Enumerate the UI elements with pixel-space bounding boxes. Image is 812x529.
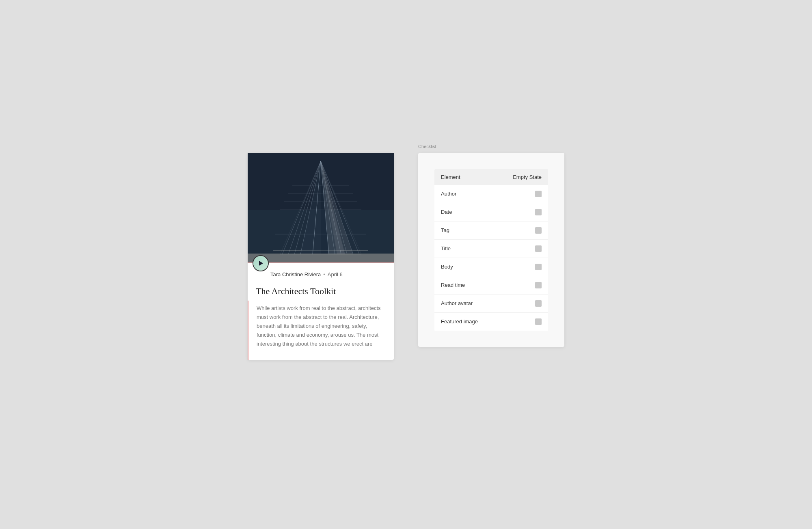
checklist-checkbox[interactable] (535, 264, 542, 270)
article-date: April 6 (328, 271, 343, 277)
checklist-rows-container: AuthorDateTagTitleBodyRead timeAuthor av… (434, 185, 548, 331)
checklist-row: Body (434, 258, 548, 276)
author-row: Tara Christine Riviera • April 6 (248, 262, 394, 281)
checklist-table: Element Empty State AuthorDateTagTitleBo… (434, 169, 548, 331)
checklist-row-label: Author avatar (441, 300, 473, 306)
checklist-row: Tag (434, 221, 548, 240)
checklist-container: Checklist Element Empty State AuthorDate… (418, 153, 564, 347)
article-card: Tara Christine Riviera • April 6 The Arc… (248, 153, 394, 360)
meta-separator: • (323, 271, 325, 277)
checklist-header: Element Empty State (434, 169, 548, 185)
checklist-row: Author avatar (434, 295, 548, 313)
checklist-checkbox[interactable] (535, 227, 542, 234)
article-body: While artists work from real to the abst… (248, 301, 394, 360)
svg-rect-30 (248, 254, 394, 262)
checklist-row-label: Date (441, 209, 452, 215)
checklist-row-label: Read time (441, 282, 465, 288)
checklist-checkbox[interactable] (535, 300, 542, 307)
checklist-checkbox[interactable] (535, 245, 542, 252)
main-content: Tara Christine Riviera • April 6 The Arc… (248, 153, 564, 360)
checklist-checkbox[interactable] (535, 318, 542, 325)
header-empty-state-label: Empty State (513, 174, 542, 180)
checklist-panel: Element Empty State AuthorDateTagTitleBo… (418, 153, 564, 347)
avatar-inner (253, 256, 268, 271)
checklist-outer: Element Empty State AuthorDateTagTitleBo… (418, 153, 564, 347)
checklist-checkbox[interactable] (535, 209, 542, 215)
checklist-checkbox[interactable] (535, 191, 542, 197)
checklist-row: Featured image (434, 313, 548, 331)
article-featured-image (248, 153, 394, 262)
checklist-label: Checklist (418, 144, 436, 149)
author-name: Tara Christine Riviera (270, 271, 321, 277)
checklist-checkbox[interactable] (535, 282, 542, 288)
checklist-row-label: Featured image (441, 318, 478, 325)
author-meta: Tara Christine Riviera • April 6 (270, 270, 343, 277)
checklist-row: Author (434, 185, 548, 203)
checklist-row-label: Author (441, 191, 456, 197)
checklist-row: Date (434, 203, 548, 221)
checklist-row: Title (434, 240, 548, 258)
avatar (253, 255, 269, 271)
checklist-row-label: Body (441, 264, 453, 270)
header-element-label: Element (441, 174, 460, 180)
article-title: The Architects Toolkit (248, 281, 394, 301)
checklist-row: Read time (434, 276, 548, 295)
checklist-row-label: Title (441, 245, 451, 252)
checklist-row-label: Tag (441, 227, 449, 233)
play-icon (259, 261, 263, 266)
